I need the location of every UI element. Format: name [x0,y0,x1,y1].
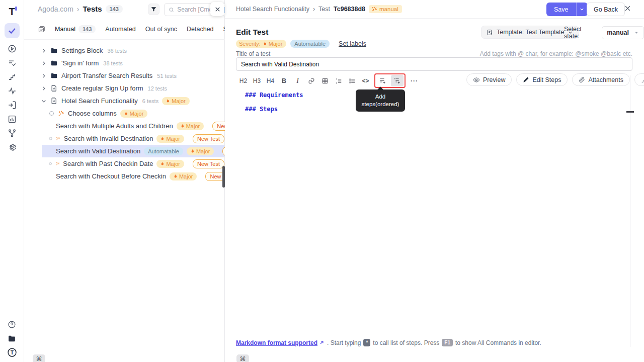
steps-buttons-highlight [374,73,406,88]
projects-icon[interactable] [5,331,20,346]
preview-button[interactable]: Preview [466,73,512,86]
tests-nav-icon[interactable] [5,23,20,38]
manual-snap-icon [56,135,60,142]
git-branch-icon [8,129,17,138]
editor-actions: Preview Edit Steps Attachments Draw ··· [466,73,644,86]
tab-manual[interactable]: Manual 143 [55,25,96,33]
manual-state-badge: manual [369,5,402,13]
automatable-badge[interactable]: Automatable [290,40,330,48]
automatable-badge: Automatable [144,147,183,155]
tabs-divider [24,39,225,40]
pulse-nav-icon[interactable] [5,83,20,99]
toolbar-more-button[interactable]: ··· [408,75,421,86]
markdown-editor[interactable]: ### Requirements ### Steps [236,88,624,332]
add-steps-unordered-button[interactable] [376,75,389,86]
tree-test-checkout-before-checkin[interactable]: Search with Checkout Before Checkin Majo… [42,170,224,183]
flame-icon [165,99,170,104]
filter-button[interactable] [148,4,159,15]
edit-steps-button[interactable]: Edit Steps [516,73,568,86]
heading3-button[interactable]: H3 [251,75,263,86]
italic-button[interactable]: I [291,75,304,86]
attachments-button[interactable]: Attachments [572,73,629,86]
bullet-list-button[interactable] [346,75,358,86]
sidebar-tabs: Manual 143 Automated Out of sync Detache… [38,25,244,33]
tree-test-past-checkin[interactable]: Search with Past Checkin Date Major New … [42,157,224,170]
manual-count-badge: 143 [78,25,96,33]
template-icon [487,29,493,36]
svg-text:T: T [10,350,13,355]
folder-icon [8,334,16,343]
tab-out-of-sync[interactable]: Out of sync [145,26,177,33]
add-steps-ordered-button[interactable] [391,75,404,86]
branches-nav-icon[interactable] [5,126,20,141]
chevron-down-icon [579,7,585,12]
tree-suite-hotel-search[interactable]: Hotel Search Functionality 6 tests Major [38,95,224,107]
flame-icon [159,136,165,141]
chevron-down-icon [41,98,47,104]
tree-suite-create-sign-up[interactable]: Create regular Sign Up form 12 tests [38,82,224,95]
folder-icon [50,72,58,79]
log-in-icon [8,101,17,110]
breadcrumb-separator: › [77,5,79,13]
go-back-button[interactable]: Go Back [587,3,625,16]
ordered-list-button[interactable] [332,75,345,86]
tree-test-multiple-adults[interactable]: Search with Multiple Adults and Children… [42,120,224,132]
major-badge: Major [177,122,204,130]
select-arrow-icon [634,30,639,35]
question-circle-icon [8,320,16,329]
steps-nav-icon[interactable] [5,69,20,84]
set-labels-link[interactable]: Set labels [339,40,366,47]
link-button[interactable] [305,75,317,86]
help-icon[interactable] [5,317,20,332]
list-check-icon [8,58,17,67]
folder-icon [50,47,58,54]
flame-icon [159,161,165,166]
new-test-badge: New Test [193,159,224,168]
tab-detached[interactable]: Detached [187,26,214,33]
test-title-input[interactable] [236,57,632,71]
app-logo[interactable]: T [5,4,20,19]
save-options-button[interactable] [576,3,588,16]
heading4-button[interactable]: H4 [264,75,277,86]
tree-folder-airport-transfer[interactable]: Airport Transfer Search Results 51 tests [38,69,224,82]
tree-folder-settings-block[interactable]: Settings Block 36 tests [38,44,224,57]
state-select[interactable]: manual [602,26,644,39]
draw-button[interactable]: Draw [634,73,644,86]
folder-icon [50,59,58,67]
severity-badge[interactable]: Severity: Major [236,40,286,48]
tree-test-valid-destination[interactable]: Search with Valid Destination Automatabl… [42,145,224,157]
activity-icon [8,86,17,96]
tree-folder-sign-in-form[interactable]: 'Sign in' form 38 tests [38,57,224,69]
breadcrumb-project[interactable]: Agoda.com [38,5,73,13]
tree-test-invalid-destination[interactable]: Search with Invalid Destination Major Ne… [42,132,224,145]
bold-button[interactable]: B [278,75,290,86]
select-all-icon[interactable] [38,26,45,33]
plans-nav-icon[interactable] [5,55,20,70]
edit-test-panel: Hotel Search Functionality › Test Tc9683… [225,0,644,362]
editor-toolbar: H2 H3 H4 B I <> ··· [237,73,421,88]
markdown-help-link[interactable]: Markdown format supported [236,339,325,346]
chevron-right-icon [41,60,47,66]
save-button[interactable]: Save [546,3,576,16]
major-badge: Major [162,97,190,105]
main-breadcrumb: Hotel Search Functionality › Test Tc9683… [236,5,402,13]
link-icon [308,77,315,84]
breadcrumb-suite[interactable]: Hotel Search Functionality [236,6,309,13]
editor-scroll-indicator[interactable] [626,111,634,113]
runs-nav-icon[interactable] [5,41,20,56]
code-button[interactable]: <> [359,75,372,86]
tab-automated[interactable]: Automated [105,26,135,33]
save-split-button: Save [546,3,588,16]
table-button[interactable] [318,75,331,86]
panel-close-button[interactable] [624,5,631,12]
tree-test-choose-columns[interactable]: Choose columns Major [42,107,224,120]
reports-nav-icon[interactable] [5,112,20,127]
test-badges-row: Severity: Major Automatable Set labels [236,40,366,48]
sidebar-close-button[interactable] [210,2,224,16]
profile-icon[interactable]: T [5,345,20,360]
paperclip-icon [579,76,585,83]
settings-nav-icon[interactable] [5,140,20,155]
close-icon [214,6,221,13]
import-nav-icon[interactable] [5,98,20,113]
heading2-button[interactable]: H2 [237,75,250,86]
